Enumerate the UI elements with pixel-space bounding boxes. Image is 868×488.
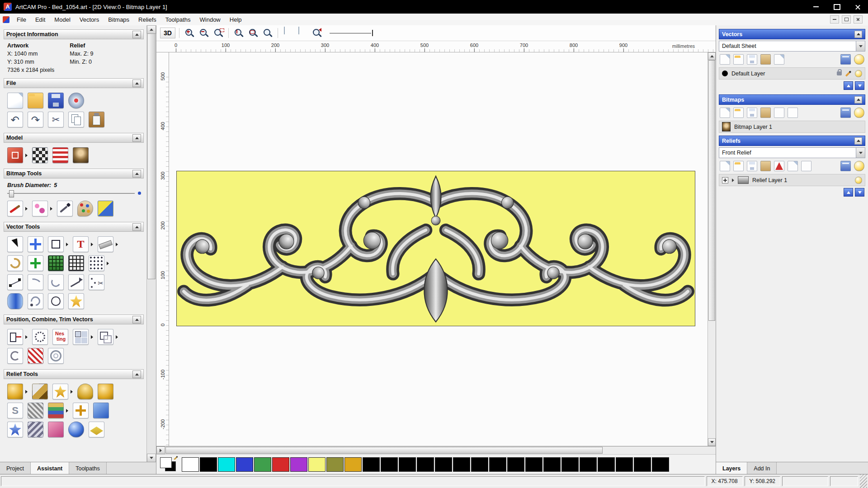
palette-swatch-23[interactable] [598, 457, 615, 472]
dropdown-arrow-icon[interactable] [50, 207, 52, 211]
canvas-2d-view[interactable] [169, 52, 708, 446]
swept-profile-icon[interactable] [98, 384, 113, 399]
zoom-box-icon[interactable] [212, 27, 225, 39]
greyscale-view-icon[interactable] [32, 147, 48, 163]
bitmap-preview-icon[interactable] [788, 108, 798, 118]
colour-picker-icon[interactable] [57, 201, 73, 216]
palette-swatch-4[interactable] [254, 457, 271, 472]
tab-add-in[interactable]: Add In [747, 462, 777, 474]
collapse-section-button[interactable] [854, 31, 862, 38]
delete-layer-icon[interactable] [840, 108, 851, 118]
dropdown-arrow-icon[interactable] [25, 154, 28, 157]
smooth-relief-icon[interactable] [7, 403, 23, 418]
collapse-section-button[interactable] [132, 31, 141, 38]
collapse-section-button[interactable] [132, 371, 141, 378]
scrollbar-thumb[interactable] [147, 33, 156, 279]
relief-library-icon[interactable] [48, 403, 64, 418]
model-adjust-icon[interactable] [52, 147, 68, 163]
grid-snap-icon[interactable] [48, 255, 64, 271]
tab-project[interactable]: Project [0, 462, 31, 474]
toggle-all-visibility-icon[interactable] [854, 108, 864, 118]
scroll-down-button[interactable] [147, 454, 156, 462]
create-arc-icon[interactable] [48, 274, 64, 290]
move-layer-down-button[interactable] [855, 81, 864, 90]
reliefs-header[interactable]: Reliefs [719, 136, 865, 146]
palette-swatch-15[interactable] [453, 457, 470, 472]
palette-swatch-16[interactable] [471, 457, 488, 472]
palette-swatch-8[interactable] [326, 457, 344, 472]
two-rail-sweep-icon[interactable] [77, 384, 93, 399]
dropdown-arrow-icon[interactable] [107, 262, 109, 265]
edit-layer-icon[interactable] [845, 70, 851, 76]
zoom-out-icon[interactable] [198, 27, 210, 39]
duplicate-relief-icon[interactable] [788, 161, 798, 171]
fit-curve-icon[interactable] [28, 293, 43, 309]
palette-swatch-21[interactable] [561, 457, 579, 472]
collapse-section-button[interactable] [132, 134, 141, 142]
relief-preview-icon[interactable] [801, 161, 811, 171]
open-vector-layer-icon[interactable] [733, 54, 744, 65]
snap-cross-icon[interactable] [28, 255, 43, 271]
offset-vectors-icon[interactable] [48, 348, 64, 364]
collapse-section-button[interactable] [132, 80, 141, 87]
expand-layer-icon[interactable] [722, 177, 728, 183]
mdi-restore-button[interactable] [842, 15, 851, 23]
snap-guides-toggle-icon[interactable] [296, 27, 309, 39]
canvas-horizontal-scrollbar[interactable] [156, 446, 716, 454]
dropdown-arrow-icon[interactable] [91, 243, 93, 246]
smooth-curve-icon[interactable] [28, 274, 43, 290]
paste-icon[interactable] [89, 112, 104, 127]
dropdown-arrow-icon[interactable] [116, 335, 118, 339]
new-vector-layer-icon[interactable] [720, 54, 730, 65]
relief-mode-icon[interactable] [774, 161, 784, 171]
greyscale-bitmap-icon[interactable] [774, 108, 784, 118]
import-vectors-icon[interactable] [760, 54, 771, 65]
sheet-select[interactable]: Default Sheet [719, 41, 865, 52]
draw-shapes-icon[interactable] [32, 201, 48, 216]
snap-grid-toggle-icon[interactable] [282, 27, 294, 39]
maximize-button[interactable] [826, 0, 847, 14]
save-model-icon[interactable] [48, 93, 64, 108]
delete-layer-icon[interactable] [840, 54, 851, 65]
palette-swatch-18[interactable] [507, 457, 524, 472]
palette-swatch-12[interactable] [399, 457, 416, 472]
left-panel-scrollbar[interactable] [146, 25, 156, 462]
dropdown-arrow-icon[interactable] [71, 390, 73, 394]
spiral-shape-icon[interactable] [7, 255, 23, 271]
dot-grid-icon[interactable] [89, 255, 104, 271]
create-text-icon[interactable] [73, 236, 89, 252]
weave-wizard-icon[interactable] [28, 403, 43, 418]
move-layer-up-button[interactable] [844, 188, 853, 197]
move-layer-up-button[interactable] [844, 81, 853, 90]
palette-swatch-5[interactable] [272, 457, 289, 472]
palette-swatch-13[interactable] [417, 457, 434, 472]
tab-toolpaths[interactable]: Toolpaths [69, 462, 107, 474]
save-relief-layer-icon[interactable] [747, 161, 757, 171]
palette-swatch-17[interactable] [489, 457, 506, 472]
relief-select-button[interactable] [856, 148, 865, 158]
menu-bitmaps[interactable]: Bitmaps [104, 14, 134, 25]
toggle-all-visibility-icon[interactable] [854, 161, 864, 171]
texture-weave-icon[interactable] [28, 422, 43, 437]
paste-along-curve-icon[interactable] [32, 329, 48, 345]
menu-reliefs[interactable]: Reliefs [134, 14, 161, 25]
new-model-icon[interactable] [7, 93, 23, 108]
close-button[interactable] [847, 0, 868, 14]
paint-brush-icon[interactable] [7, 201, 23, 216]
dropdown-arrow-icon[interactable] [25, 335, 28, 339]
layer-row-bitmap[interactable]: Bitmap Layer 1 [719, 121, 865, 133]
group-vectors-icon[interactable] [98, 329, 113, 345]
extrude-relief-icon[interactable] [89, 422, 104, 437]
zoom-in-icon[interactable] [183, 27, 196, 39]
trim-vectors-icon[interactable] [89, 274, 104, 290]
menu-vectors[interactable]: Vectors [75, 14, 104, 25]
palette-swatch-24[interactable] [616, 457, 633, 472]
menu-window[interactable]: Window [195, 14, 225, 25]
minimize-button[interactable] [806, 0, 826, 14]
block-copy-icon[interactable] [73, 329, 89, 345]
measure-tool-icon[interactable] [98, 236, 113, 252]
undo-icon[interactable] [7, 112, 23, 127]
align-vectors-icon[interactable] [7, 329, 23, 345]
caret-right-icon[interactable] [732, 178, 734, 182]
collapse-section-button[interactable] [132, 170, 141, 178]
